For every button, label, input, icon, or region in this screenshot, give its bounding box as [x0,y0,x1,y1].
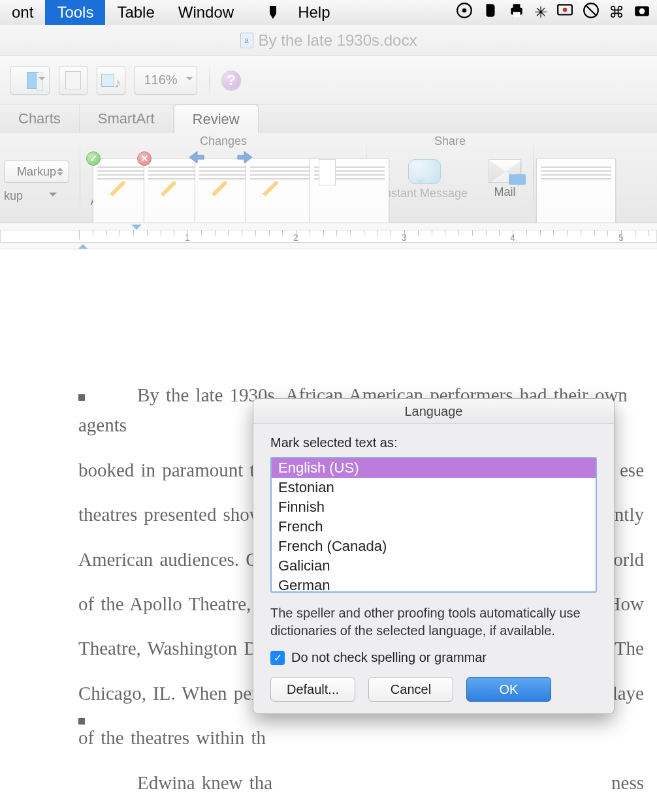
kup-dropdown[interactable]: kup [4,189,74,203]
checkbox-checked-icon[interactable]: ✓ [270,651,285,665]
dialog-label: Mark selected text as: [270,435,597,450]
share-group-label: Share [372,133,528,149]
help-button[interactable]: ? [221,70,241,90]
speech-bubble-icon [408,159,441,184]
stepper-icon [57,166,63,178]
bullet-icon [78,394,85,401]
svg-point-10 [639,8,645,14]
cross-icon: ✕ [137,151,152,166]
camera-icon[interactable] [633,2,650,23]
blog-button[interactable]: Bl [539,149,565,208]
keyboard-icon[interactable]: ⌘ [609,3,624,22]
accept-button[interactable]: ✓ Accept [86,149,131,208]
no-entry-icon[interactable] [583,2,600,23]
doc-line: Edwina knew thaness [78,768,644,798]
window-titlebar: a By the late 1930s.docx [0,25,657,56]
svg-rect-3 [513,4,521,8]
brightness-icon[interactable]: ✳ [534,3,547,22]
tab-smartart[interactable]: SmartArt [80,104,174,133]
arrow-right-icon [236,150,256,164]
bullet-icon [78,718,85,725]
spelling-checkbox-row[interactable]: ✓ Do not check spelling or grammar [270,650,597,665]
menu-help[interactable]: Help [286,0,342,25]
changes-group: Changes ✓ Accept ✕ Reject Previous [82,133,365,223]
menu-table[interactable]: Table [105,0,166,25]
gallery-dropdown[interactable] [10,66,50,95]
ribbon: Markup kup Changes ✓ Accept ✕ Reject [0,133,657,223]
tab-charts[interactable]: Charts [0,104,80,133]
svg-line-8 [586,5,596,15]
language-option-galician[interactable]: Galician [272,556,596,576]
mail-button[interactable]: Mail [482,149,528,199]
doc-line: of the theatres within th [78,723,644,753]
language-dialog: Language Mark selected text as: English … [253,398,615,714]
system-menubar: ont Tools Table Window Help ✳ ⌘ [0,0,657,25]
media-button[interactable] [97,66,125,95]
language-option-french[interactable]: French [272,517,596,537]
checkbox-label: Do not check spelling or grammar [291,650,487,665]
menu-ont[interactable]: ont [0,0,45,25]
chevron-down-icon [49,193,57,200]
left-indent-marker[interactable] [78,239,88,249]
ruler[interactable]: 12345 [0,223,657,249]
check-icon: ✓ [86,151,101,166]
dialog-info: The speller and other proofing tools aut… [270,604,597,640]
language-option-english-us[interactable]: English (US) [272,458,596,478]
print-icon[interactable] [508,2,525,23]
cancel-button[interactable]: Cancel [368,677,453,702]
display-icon[interactable] [556,2,573,23]
ok-button[interactable]: OK [466,677,551,702]
doc-layout-button[interactable] [59,66,88,95]
ribbon-separator [80,140,80,216]
doc-icon: a [240,33,253,48]
zoom-dropdown[interactable]: 116% [135,66,197,95]
menu-window[interactable]: Window [167,0,246,25]
dialog-title: Language [253,399,614,424]
menu-tools[interactable]: Tools [45,0,105,25]
changes-group-label: Changes [86,133,361,149]
tab-review[interactable]: Review [174,104,259,133]
language-option-estonian[interactable]: Estonian [272,478,596,497]
svg-point-1 [462,8,467,13]
previous-button[interactable]: Previous [187,149,233,208]
svg-point-6 [563,8,568,12]
reject-button[interactable]: ✕ Reject [136,149,182,208]
arrow-left-icon [185,150,205,164]
next-button[interactable]: Next [238,149,284,208]
language-option-german[interactable]: German [272,576,596,593]
lock-icon[interactable] [456,2,473,23]
markup-label: Markup [17,165,56,179]
menubar-extras: ✳ ⌘ [456,2,657,23]
share-group: Share Instant Message Mail [368,133,532,223]
language-option-finnish[interactable]: Finnish [272,497,596,517]
language-listbox[interactable]: English (US) Estonian Finnish French Fre… [270,457,597,593]
blog-group: Bl [535,133,569,223]
markup-dropdown[interactable]: Markup [4,161,69,183]
markup-group: Markup kup [0,133,78,223]
envelope-icon [489,159,521,183]
quick-toolbar: 116% ? [0,56,657,104]
doc-title: By the late 1930s.docx [259,31,417,50]
evernote-icon[interactable] [482,2,499,23]
language-option-french-canada[interactable]: French (Canada) [272,537,596,556]
svg-rect-4 [513,12,521,17]
toolbar-separator [209,65,210,95]
menu-script-icon[interactable] [260,0,286,25]
ribbon-tabs: Charts SmartArt Review [0,104,657,133]
default-button[interactable]: Default... [270,677,355,702]
